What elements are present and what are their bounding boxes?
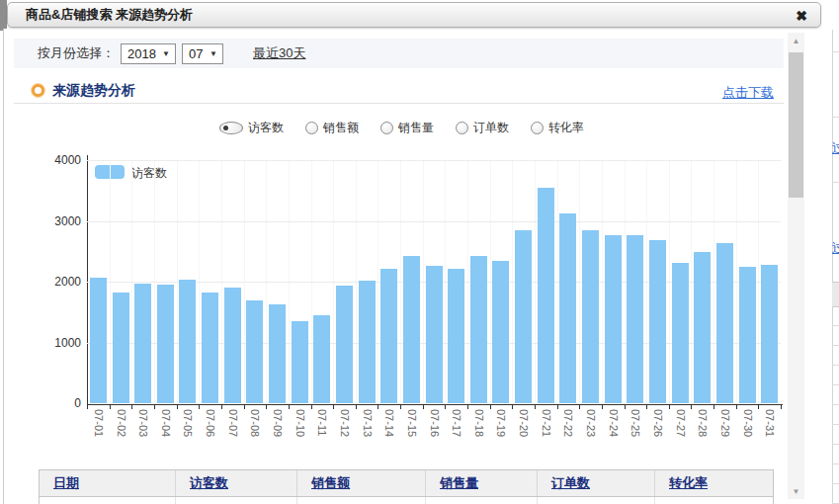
- x-axis-tick: [691, 405, 692, 409]
- bar[interactable]: [492, 261, 509, 403]
- gridline: [87, 221, 781, 222]
- bar[interactable]: [448, 269, 464, 403]
- x-axis-tick-label: 07-30: [742, 409, 753, 437]
- x-axis-tick-label: 07-14: [383, 409, 394, 437]
- y-axis-line: [87, 155, 88, 405]
- x-axis-tick-label: 07-07: [227, 409, 238, 437]
- bar[interactable]: [179, 280, 196, 404]
- x-axis-tick: [467, 405, 468, 409]
- bar[interactable]: [202, 293, 218, 403]
- scroll-up-icon[interactable]: ▲: [788, 33, 804, 48]
- x-axis-tick: [289, 405, 290, 409]
- bar[interactable]: [224, 288, 241, 403]
- table-cell: [297, 497, 426, 504]
- bar[interactable]: [515, 230, 532, 403]
- bar[interactable]: [292, 321, 308, 403]
- x-axis-tick-label: 07-24: [608, 409, 619, 437]
- x-axis-tick-label: 07-08: [249, 409, 260, 437]
- y-axis-tick-label: 4000: [38, 153, 81, 167]
- x-axis-tick: [625, 405, 626, 409]
- bar[interactable]: [739, 267, 756, 403]
- x-axis-tick: [400, 405, 401, 409]
- x-axis-tick: [177, 405, 178, 409]
- table-cell: [40, 497, 176, 504]
- dialog-title: 商品&店铺搜索 来源趋势分析: [26, 6, 193, 24]
- bar[interactable]: [313, 315, 330, 403]
- bar[interactable]: [134, 284, 151, 403]
- table-header-cell[interactable]: 销售量: [426, 470, 538, 496]
- x-axis-tick: [535, 405, 536, 409]
- bar[interactable]: [716, 243, 733, 403]
- x-axis-tick-label: 07-15: [406, 409, 417, 437]
- data-table: 日期访客数销售额销售量订单数转化率: [39, 469, 774, 504]
- bar[interactable]: [246, 300, 263, 403]
- legend-label: 访客数: [131, 165, 167, 182]
- bar[interactable]: [426, 266, 443, 403]
- table-header-cell[interactable]: 销售额: [297, 470, 426, 496]
- y-axis-tick-label: 0: [38, 396, 81, 410]
- x-axis-tick-label: 07-29: [719, 409, 730, 437]
- x-axis-tick: [244, 405, 245, 409]
- x-axis-tick-label: 07-17: [451, 409, 461, 437]
- x-axis-tick-label: 07-04: [160, 409, 171, 437]
- table-header-cell[interactable]: 访客数: [176, 470, 297, 496]
- table-header-cell[interactable]: 日期: [40, 470, 176, 496]
- table-header-cell[interactable]: 订单数: [538, 470, 655, 496]
- bar[interactable]: [672, 263, 689, 403]
- x-axis-tick-label: 07-31: [764, 409, 775, 437]
- bar[interactable]: [90, 278, 107, 403]
- x-axis-tick: [356, 405, 357, 409]
- x-axis-tick: [669, 405, 670, 409]
- x-axis-tick: [311, 405, 312, 409]
- x-axis-line: [87, 404, 783, 405]
- bar[interactable]: [113, 293, 129, 403]
- bar[interactable]: [627, 235, 643, 403]
- x-axis-tick-label: 07-27: [675, 409, 686, 437]
- x-axis-tick: [199, 405, 200, 409]
- bar[interactable]: [649, 240, 666, 403]
- scroll-down-icon[interactable]: ▼: [788, 483, 804, 499]
- x-axis-tick-label: 07-05: [182, 409, 193, 437]
- bar[interactable]: [336, 286, 353, 403]
- scrollbar-thumb[interactable]: [789, 52, 803, 198]
- x-axis-tick-label: 07-01: [93, 409, 104, 437]
- x-axis-tick-label: 07-22: [562, 409, 573, 437]
- x-axis-tick: [423, 405, 424, 409]
- dialog-titlebar: 商品&店铺搜索 来源趋势分析 ✖: [7, 2, 821, 28]
- bar[interactable]: [605, 235, 622, 403]
- bar[interactable]: [359, 281, 376, 403]
- x-axis-tick: [579, 405, 580, 409]
- dialog-scrollbar[interactable]: ▲ ▼: [788, 33, 804, 499]
- bar[interactable]: [157, 285, 174, 403]
- bar[interactable]: [380, 269, 397, 403]
- x-axis-tick: [131, 405, 132, 409]
- bar[interactable]: [559, 213, 576, 403]
- table-header-row: 日期访客数销售额销售量订单数转化率: [40, 470, 773, 497]
- close-icon[interactable]: ✖: [796, 7, 807, 25]
- x-axis-tick-label: 07-20: [518, 409, 529, 437]
- table-cell: [538, 497, 655, 504]
- x-axis-tick-label: 07-10: [294, 409, 305, 437]
- bar[interactable]: [538, 188, 554, 403]
- bar[interactable]: [403, 256, 420, 403]
- table-row: [40, 497, 773, 504]
- x-axis-tick: [557, 405, 558, 409]
- x-axis-tick-label: 07-03: [137, 409, 148, 437]
- bar[interactable]: [694, 252, 711, 403]
- bar[interactable]: [761, 265, 778, 403]
- bar[interactable]: [470, 256, 487, 403]
- table-header-cell[interactable]: 转化率: [655, 470, 775, 496]
- x-axis-tick: [378, 405, 378, 409]
- x-axis-tick-label: 07-25: [629, 409, 640, 437]
- table-cell: [176, 497, 297, 504]
- x-axis-tick: [781, 405, 782, 409]
- x-axis-tick: [758, 405, 759, 409]
- x-axis-tick-label: 07-18: [473, 409, 484, 437]
- x-axis-tick: [221, 405, 222, 409]
- x-axis-tick-label: 07-06: [205, 409, 215, 437]
- bar[interactable]: [269, 304, 286, 403]
- bar[interactable]: [582, 230, 599, 403]
- x-axis-tick-label: 07-02: [116, 409, 126, 437]
- y-axis-tick-label: 2000: [38, 275, 81, 289]
- x-axis-tick-label: 07-23: [585, 409, 596, 437]
